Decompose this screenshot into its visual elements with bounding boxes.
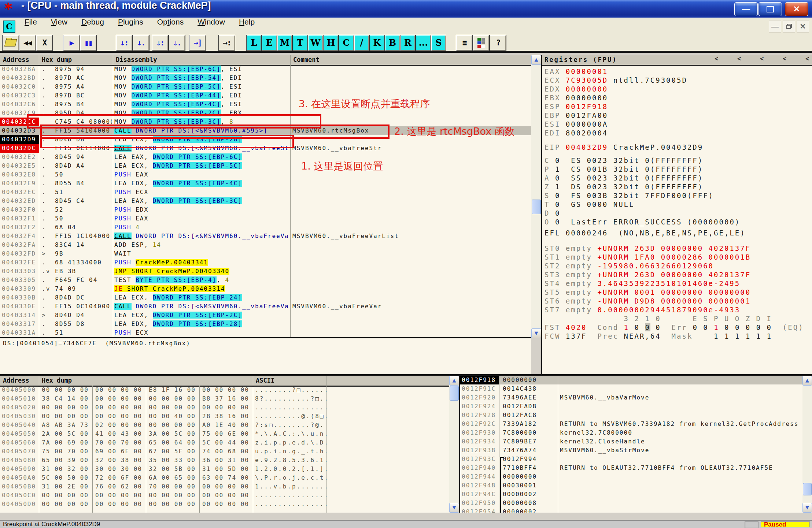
flag-row[interactable]: A 0 SS 0023 32bit 0(FFFFFFFF) (545, 174, 812, 182)
pane-button-E[interactable]: E (262, 35, 277, 51)
step-over-button[interactable]: ↓. (133, 35, 150, 51)
disasm-row[interactable]: 004032FA.83C4 14ADD ESP, 14 (0, 241, 531, 249)
register-row[interactable]: ESI 0000000A (545, 120, 812, 129)
pane-button-H[interactable]: H (323, 35, 339, 51)
col-header-comment[interactable]: Comment (293, 55, 320, 64)
menu-item-file[interactable]: File (18, 18, 44, 34)
disasm-row[interactable]: 0040331A.51PUSH ECX (0, 328, 531, 337)
cpu-window-icon[interactable]: C (3, 21, 15, 33)
disasm-row[interactable]: 00403317.8D55 D8LEA EDX, DWORD PTR SS:[E… (0, 320, 531, 328)
flag-row[interactable]: D 0 (545, 209, 812, 217)
register-row[interactable]: ESP 0012F918 (545, 102, 812, 111)
fpu-register-row[interactable]: ST2 empty -195980.06632660129060 (545, 261, 812, 270)
fst-row[interactable]: FST 4020 Cond 1 0 0 0 Err 0 0 1 0 0 0 0 … (545, 323, 812, 332)
execute-till-return-button[interactable]: →] (189, 35, 206, 51)
animate-into-button[interactable]: ⇓: (152, 35, 169, 51)
disasm-row[interactable]: 004032F4.FF15 1C104000CALL DWORD PTR DS:… (0, 232, 531, 241)
fpu-register-row[interactable]: ST6 empty -UNORM D9D8 00000000 00000001 (545, 297, 812, 305)
stack-row[interactable]: 0012F93873476A74MSVBVM60.__vbaStrMove (460, 446, 802, 455)
open-file-button[interactable] (2, 35, 19, 51)
stack-row[interactable]: 0012F95000000008 (460, 499, 802, 507)
flag-row[interactable]: P 1 CS 001B 32bit 0(FFFFFFFF) (545, 165, 812, 174)
dump-row[interactable]: 004050502A 00 5C 0041 00 43 003A 00 5C 0… (0, 430, 449, 438)
dump-scrollbar[interactable]: ▲ ▼ (449, 376, 459, 513)
disasm-row[interactable]: 004032EC.51PUSH ECX (0, 188, 531, 197)
disasm-row[interactable]: 004032E5.8D4D A4LEA ECX, DWORD PTR SS:[E… (0, 161, 531, 170)
fpu-register-row[interactable]: ST7 empty 0.0000000294451879090e-4933 (545, 305, 812, 314)
fcw-row[interactable]: FCW 137F Prec NEAR,64 Mask 1 1 1 1 1 1 (545, 332, 812, 341)
disasm-row[interactable]: 00403305.F645 FC 04TEST BYTE PTR SS:[EBP… (0, 276, 531, 285)
disasm-row[interactable]: 004032E8.50PUSH EAX (0, 170, 531, 179)
disasm-row[interactable]: 004032F0.52PUSH EDX (0, 205, 531, 214)
menu-item-window[interactable]: Window (191, 18, 232, 34)
flag-row[interactable]: C 0 ES 0023 32bit 0(FFFFFFFF) (545, 156, 812, 165)
dump-row[interactable]: 0040509031 00 32 0030 00 30 0032 00 5B 0… (0, 465, 449, 473)
register-row[interactable]: ECX 7C93005D ntdll.7C93005D (545, 76, 812, 85)
scroll-down-icon[interactable]: ▼ (449, 503, 459, 513)
stack-row[interactable]: 0012F94C00000002 (460, 490, 802, 499)
dump-row[interactable]: 0040501038 C4 14 0000 00 00 0000 00 00 0… (0, 394, 449, 403)
register-row[interactable]: EDX 00000000 (545, 85, 812, 93)
pane-button-M[interactable]: M (277, 35, 292, 51)
maximize-button[interactable] (759, 2, 782, 16)
pane-button-slash[interactable]: / (354, 35, 369, 51)
menu-item-debug[interactable]: Debug (74, 18, 111, 34)
dump-row[interactable]: 00405040A8 AB 3A 7302 00 00 0000 00 00 0… (0, 421, 449, 430)
tile-windows-button[interactable] (473, 35, 490, 51)
mdi-close-button[interactable]: ✕ (797, 20, 809, 33)
pane-button-K[interactable]: K (369, 35, 385, 51)
go-to-button[interactable]: →: (218, 35, 235, 51)
fpu-register-row[interactable]: ST5 empty +UNORM 0001 00000000 00000000 (545, 288, 812, 297)
help-button[interactable]: ? (490, 35, 506, 51)
scroll-up-icon[interactable]: ▲ (802, 376, 812, 386)
register-row[interactable]: EAX 00000001 (545, 67, 812, 76)
fpu-register-row[interactable]: ST3 empty +UNORM 263D 00000000 4020137F (545, 270, 812, 279)
col-header-address[interactable]: Address (3, 376, 29, 385)
collapse-chevron-icon[interactable]: < (715, 55, 719, 62)
stack-row[interactable]: 0012F9240012FAD8 (460, 402, 802, 411)
scroll-down-icon[interactable]: ▼ (531, 328, 541, 338)
disasm-row[interactable]: 004032FD>9BWAIT (0, 249, 531, 258)
col-header-ascii[interactable]: ASCII (256, 376, 274, 385)
stack-row[interactable]: 0012F94400000000 (460, 472, 802, 481)
scroll-up-icon[interactable]: ▲ (531, 55, 541, 65)
pane-button-dots[interactable]: ... (416, 35, 431, 51)
dump-row[interactable]: 004050C000 00 00 0000 00 00 0000 00 00 0… (0, 491, 449, 500)
run-button[interactable]: ▶ (63, 35, 80, 51)
col-header-disassembly[interactable]: Disassembly (116, 55, 157, 64)
stack-row[interactable]: 0012F91C0014C438 (460, 384, 802, 393)
stack-row[interactable]: 0012F9280012FAC8 (460, 411, 802, 420)
scroll-thumb[interactable] (450, 386, 459, 401)
disasm-row[interactable]: 004032E2.8D45 94LEA EAX, DWORD PTR SS:[E… (0, 153, 531, 161)
disasm-row[interactable]: 004032E9.8D55 B4LEA EDX, DWORD PTR SS:[E… (0, 179, 531, 188)
dump-row[interactable]: 004050A05C 00 50 0072 00 6F 006A 00 65 0… (0, 473, 449, 482)
step-into-button[interactable]: ↓: (116, 35, 133, 51)
disasm-row[interactable]: 004032C6.8975 B4MOV DWORD PTR SS:[EBP-4C… (0, 100, 531, 109)
disasm-row[interactable]: 00403303.vEB 3BJMP SHORT CrackMeP.004033… (0, 267, 531, 276)
pane-button-L[interactable]: L (246, 35, 262, 51)
dump-row[interactable]: 004050D000 00 00 0000 00 00 0000 00 00 0… (0, 500, 449, 509)
pause-button[interactable]: ▮▮ (80, 35, 97, 51)
scroll-down-icon[interactable]: ▼ (802, 503, 812, 513)
disasm-row[interactable]: 004032BD.897D ACMOV DWORD PTR SS:[EBP-54… (0, 74, 531, 82)
disasm-row[interactable]: 00403314>8D4D D4LEA ECX, DWORD PTR SS:[E… (0, 311, 531, 320)
register-row[interactable]: EBP 0012FA00 (545, 111, 812, 120)
menu-item-view[interactable]: View (44, 18, 74, 34)
windows-list-button[interactable]: ≡ (456, 35, 473, 51)
register-row-eip[interactable]: EIP 004032D9 CrackMeP.004032D9 (545, 143, 812, 152)
disasm-row[interactable]: 004032F1.50PUSH EAX (0, 214, 531, 223)
flag-row[interactable]: O 0 LastErr ERROR_SUCCESS (00000000) (545, 217, 812, 226)
disasm-row[interactable]: 004032BA.8975 94MOV DWORD PTR SS:[EBP-6C… (0, 65, 531, 74)
disasm-row[interactable]: 00403309.v74 09JE SHORT CrackMeP.0040331… (0, 285, 531, 293)
menu-item-plugins[interactable]: Plugins (111, 18, 150, 34)
stack-row[interactable]: 0012F95400000002 (460, 507, 802, 513)
scroll-up-icon[interactable]: ▲ (449, 376, 459, 386)
collapse-chevron-icon[interactable]: < (737, 55, 742, 62)
disasm-row[interactable]: 004032ED.8D45 C4LEA EAX, DWORD PTR SS:[E… (0, 197, 531, 205)
col-header-hexdump[interactable]: Hex dump (42, 55, 72, 64)
collapse-chevron-icon[interactable]: < (783, 55, 787, 62)
dump-row[interactable]: 0040502000 00 00 0000 00 00 0000 00 00 0… (0, 403, 449, 412)
stack-row[interactable]: 0012F9307C800000kernel32.7C800000 (460, 428, 802, 437)
dump-row[interactable]: 0040500000 00 00 0000 00 00 00E8 1F 16 0… (0, 386, 449, 394)
animate-over-button[interactable]: ⇓. (169, 35, 185, 51)
